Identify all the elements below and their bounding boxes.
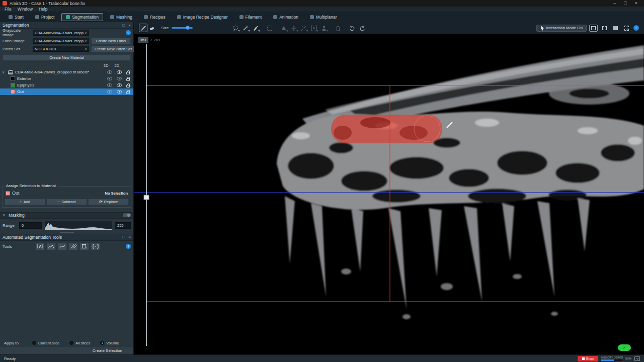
keyboard-icon[interactable]: [634, 356, 640, 361]
visibility-2d-icon[interactable]: [117, 83, 122, 87]
minimize-button[interactable]: –: [613, 0, 616, 7]
material-tree-root-row[interactable]: ∨ CBA-Male-No4-20wks_cropped.tif.labels*: [0, 69, 133, 75]
redo-button[interactable]: [359, 25, 366, 32]
maximize-button[interactable]: □: [624, 0, 626, 7]
panel-float-icon[interactable]: □: [122, 23, 125, 28]
create-new-patch-set-button[interactable]: Create New Patch Set: [91, 46, 135, 52]
material-row-out[interactable]: Out: [0, 88, 133, 95]
subtract-button[interactable]: −Subtract: [46, 199, 87, 205]
layout-quad-view-button[interactable]: [622, 25, 631, 32]
tab-multiplanar[interactable]: Multiplanar: [305, 13, 342, 21]
cursor-icon: [540, 26, 544, 31]
visibility-2d-icon[interactable]: [117, 90, 122, 94]
radio-label: All slices: [75, 341, 90, 345]
brush-tool-button[interactable]: [139, 24, 147, 32]
visibility-2d-icon[interactable]: [117, 77, 122, 80]
marquee-tool-button[interactable]: [266, 25, 273, 32]
lock-icon[interactable]: [126, 78, 130, 81]
magic-wand-tool-icon: [243, 25, 249, 31]
grow-selection-button[interactable]: [280, 25, 287, 32]
help-icon[interactable]: ?: [126, 244, 131, 249]
tab-animation[interactable]: Animation: [269, 13, 303, 21]
layout-two-view-button[interactable]: [600, 25, 609, 32]
smart-select-tool-button[interactable]: [79, 243, 89, 250]
magic-wand-tool-button[interactable]: [242, 25, 249, 32]
memory-usage-bar: [601, 359, 622, 361]
panel-close-icon[interactable]: ×: [128, 235, 131, 239]
shrink-button[interactable]: [300, 25, 307, 32]
add-button[interactable]: +Add: [5, 199, 45, 205]
menu-file[interactable]: File: [2, 7, 14, 12]
material-row-epiphysis[interactable]: Epiphysis: [0, 82, 133, 88]
tab-start[interactable]: Start: [4, 13, 28, 21]
watershed-tool-button[interactable]: [46, 243, 56, 250]
eraser-tool-icon: [149, 25, 155, 31]
slice-slider[interactable]: [144, 44, 149, 346]
slice-view-canvas[interactable]: 351 / 701: [134, 34, 644, 354]
close-button[interactable]: ×: [635, 0, 637, 7]
eraser-tool-button[interactable]: [147, 24, 156, 32]
visibility-3d-icon[interactable]: [107, 77, 112, 80]
lock-icon[interactable]: [126, 72, 130, 74]
layout-single-view-button[interactable]: [589, 25, 598, 32]
interpolate-slices-button[interactable]: [310, 25, 317, 32]
create-new-material-button[interactable]: Create New Material: [3, 54, 131, 61]
dilate-button[interactable]: [290, 25, 297, 32]
window-title: Amira 3D - Case 1 - Trabecular bone.hx: [10, 1, 85, 6]
contour-tool-button[interactable]: [57, 243, 67, 250]
fill-holes-button[interactable]: [320, 25, 328, 32]
menu-window[interactable]: Window: [15, 7, 35, 12]
label-image-select[interactable]: CBA-Male-No4-20wks_cropped.tif.labels* ∨: [33, 38, 89, 44]
radio-volume[interactable]: Volume: [100, 341, 119, 345]
patch-set-value: NO SOURCE: [35, 47, 57, 51]
status-ok-badge[interactable]: ✓: [618, 344, 631, 351]
tab-filament[interactable]: Filament: [235, 13, 267, 21]
tab-segmentation[interactable]: Segmentation: [61, 13, 103, 21]
panel-float-icon[interactable]: □: [122, 235, 125, 239]
create-new-label-button[interactable]: Create New Label: [91, 38, 131, 44]
interaction-mode-button[interactable]: Interaction Mode On: [536, 25, 587, 32]
grayscale-image-select[interactable]: CBA-Male-No4-20wks_cropped.tif.filtere ∨: [33, 30, 89, 36]
viewer-help-icon[interactable]: ?: [633, 25, 639, 31]
visibility-2d-icon[interactable]: [117, 70, 122, 74]
tree-expand-icon[interactable]: ∨: [2, 70, 6, 74]
slice-separator: /: [150, 38, 151, 42]
slider-handle[interactable]: [186, 26, 190, 30]
range-max-input[interactable]: 255: [115, 222, 131, 229]
lasso-tool-button[interactable]: [232, 25, 239, 32]
radio-all-slices[interactable]: All slices: [69, 341, 90, 345]
smart-brush-tool-button[interactable]: [252, 25, 259, 32]
replace-button[interactable]: ⟳Replace: [88, 199, 129, 205]
create-selection-button[interactable]: Create Selection: [0, 347, 133, 354]
lock-icon[interactable]: [126, 85, 130, 87]
patch-set-select[interactable]: NO SOURCE ∨: [33, 46, 89, 52]
brush-size-slider[interactable]: [172, 27, 193, 29]
histogram-slider[interactable]: [45, 221, 112, 230]
tab-recipes[interactable]: Recipes: [139, 13, 170, 21]
help-icon[interactable]: ?: [126, 30, 131, 35]
lock-icon[interactable]: [126, 92, 130, 94]
threshold-tool-button[interactable]: [35, 243, 45, 250]
undo-button[interactable]: [349, 25, 356, 32]
visibility-3d-icon[interactable]: [107, 90, 112, 94]
stop-button[interactable]: Stop: [578, 356, 598, 361]
range-min-input[interactable]: 0: [19, 222, 42, 229]
radio-current-slice[interactable]: Current slice: [32, 341, 59, 345]
visibility-3d-icon[interactable]: [107, 83, 112, 87]
interaction-mode-label: Interaction Mode On: [546, 26, 583, 30]
tab-image-recipe-designer[interactable]: Image Recipe Designer: [173, 13, 232, 21]
slice-number-input[interactable]: 351: [138, 37, 148, 43]
panel-close-icon[interactable]: ×: [128, 23, 131, 28]
clear-selection-button[interactable]: [335, 25, 342, 32]
menu-help[interactable]: Help: [36, 7, 50, 12]
interpolate-tool-button[interactable]: [91, 243, 100, 250]
slice-slider-handle[interactable]: [144, 195, 149, 200]
visibility-3d-icon[interactable]: [107, 70, 112, 74]
material-row-exterior[interactable]: Exterior: [0, 75, 133, 82]
texture-tool-button[interactable]: [68, 243, 78, 250]
masking-toggle[interactable]: [123, 213, 131, 217]
tab-project[interactable]: Project: [31, 13, 59, 21]
masking-section-header[interactable]: ∨ Masking: [0, 212, 133, 219]
tab-meshing[interactable]: Meshing: [106, 13, 137, 21]
layout-stacked-view-button[interactable]: [611, 25, 620, 32]
